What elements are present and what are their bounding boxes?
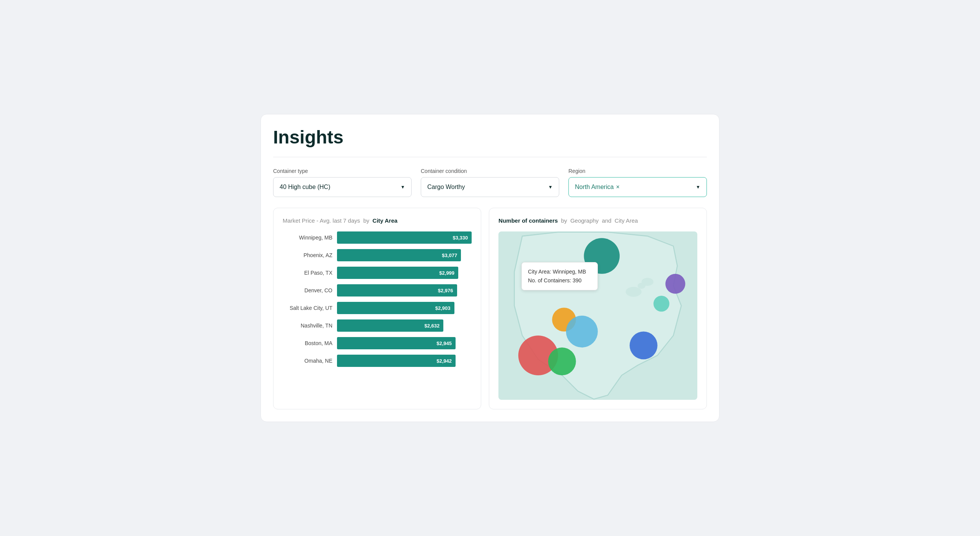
region-label: Region [568,168,707,174]
bar-fill: $3,077 [337,249,461,261]
bar-wrap: $2,945 [337,337,472,349]
bar-chart-by: by [363,217,370,224]
bar-row: Nashville, TN$2,632 [283,319,472,332]
bar-value: $2,632 [425,323,440,329]
region-group: Region North America × ▼ [568,168,707,197]
region-chevron-icon: ▼ [696,184,700,190]
region-value: North America [575,184,614,191]
container-type-group: Container type 40 High cube (HC) ▼ [273,168,412,197]
filters-row: Container type 40 High cube (HC) ▼ Conta… [273,168,707,197]
map-chart-dim2: City Area [615,217,638,224]
map-chart-card: Number of containers by Geography and Ci… [489,208,707,409]
bar-fill: $2,632 [337,319,443,332]
bubbles-svg [498,231,697,400]
bar-city-label: Omaha, NE [283,358,332,364]
bar-city-label: El Paso, TX [283,270,332,276]
container-type-select[interactable]: 40 High cube (HC) ▼ [273,177,412,197]
map-container: City Area: Winnipeg, MB No. of Container… [498,231,697,400]
svg-point-7 [566,316,598,347]
container-condition-chevron-icon: ▼ [548,184,553,190]
region-select[interactable]: North America × ▼ [568,177,707,197]
bar-city-label: Denver, CO [283,287,332,293]
bar-city-label: Salt Lake City, UT [283,305,332,311]
svg-point-5 [654,296,670,312]
bar-city-label: Winnipeg, MB [283,235,332,241]
svg-point-9 [548,347,576,375]
bar-value: $2,942 [436,358,452,364]
bar-row: Phoenix, AZ$3,077 [283,249,472,261]
svg-point-4 [584,238,620,274]
bar-fill: $3,330 [337,231,472,244]
bar-fill: $2,942 [337,355,456,367]
bar-row: Salt Lake City, UT$2,903 [283,302,472,314]
bar-wrap: $2,903 [337,302,472,314]
divider [273,157,707,157]
bar-row: El Paso, TX$2,999 [283,267,472,279]
bar-fill: $2,999 [337,267,458,279]
bar-wrap: $2,942 [337,355,472,367]
bar-value: $2,976 [438,288,453,293]
bar-city-label: Phoenix, AZ [283,252,332,258]
container-condition-label: Container condition [421,168,559,174]
bar-fill: $2,945 [337,337,456,349]
bar-row: Winnipeg, MB$3,330 [283,231,472,244]
map-chart-by: by [561,217,567,224]
map-chart-header: Number of containers by Geography and Ci… [498,217,697,224]
map-chart-and: and [602,217,611,224]
container-type-chevron-icon: ▼ [400,184,405,190]
region-tag: North America × [575,184,620,191]
bar-wrap: $2,999 [337,267,472,279]
bar-wrap: $2,632 [337,319,472,332]
region-clear-button[interactable]: × [616,184,619,191]
svg-point-11 [666,274,685,294]
main-container: Insights Container type 40 High cube (HC… [260,114,720,422]
bar-value: $3,330 [453,235,468,241]
container-type-value: 40 High cube (HC) [280,184,330,191]
bar-fill: $2,903 [337,302,454,314]
bar-chart-card: Market Price - Avg. last 7 days by City … [273,208,481,409]
svg-point-10 [630,332,658,360]
bar-chart-bars: Winnipeg, MB$3,330Phoenix, AZ$3,077El Pa… [283,231,472,367]
bar-chart-metric: City Area [373,217,397,224]
map-chart-title: Number of containers [498,217,558,224]
bar-city-label: Boston, MA [283,340,332,346]
map-chart-dim1: Geography [570,217,599,224]
bar-city-label: Nashville, TN [283,323,332,329]
bar-wrap: $3,330 [337,231,472,244]
bar-value: $2,903 [435,305,451,311]
bar-chart-title: Market Price - Avg. last 7 days [283,217,360,224]
container-condition-value: Cargo Worthy [427,184,465,191]
bar-value: $3,077 [442,253,457,258]
bar-row: Omaha, NE$2,942 [283,355,472,367]
bar-row: Denver, CO$2,976 [283,284,472,297]
bar-wrap: $2,976 [337,284,472,297]
container-type-label: Container type [273,168,412,174]
bar-chart-header: Market Price - Avg. last 7 days by City … [283,217,472,224]
container-condition-select[interactable]: Cargo Worthy ▼ [421,177,559,197]
bar-wrap: $3,077 [337,249,472,261]
bar-row: Boston, MA$2,945 [283,337,472,349]
page-title: Insights [273,127,707,148]
bar-value: $2,999 [439,270,454,276]
container-condition-group: Container condition Cargo Worthy ▼ [421,168,559,197]
charts-row: Market Price - Avg. last 7 days by City … [273,208,707,409]
bar-value: $2,945 [436,340,452,346]
bar-fill: $2,976 [337,284,457,297]
